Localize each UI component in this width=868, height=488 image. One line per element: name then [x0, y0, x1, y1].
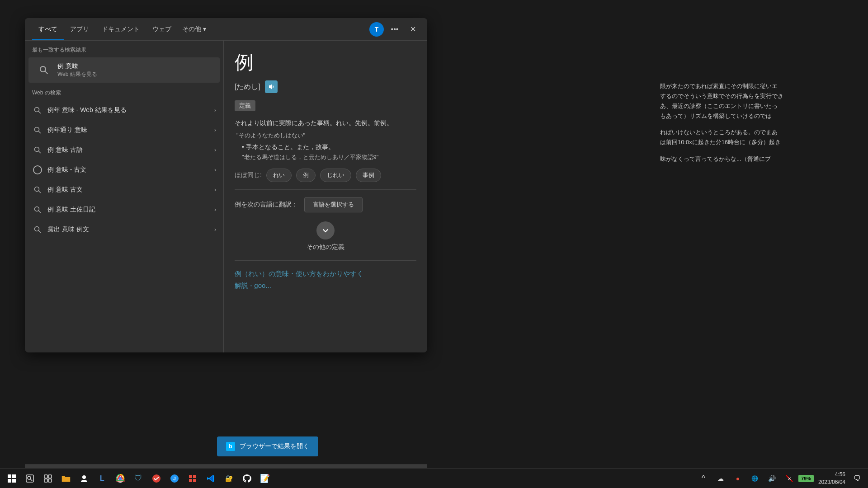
teams-button[interactable] — [184, 470, 201, 487]
tab-documents[interactable]: ドキュメント — [95, 18, 146, 40]
bullet-quote-1: "老たる馬ぞ道はしる，と云ためしあり／平家物語9" — [242, 153, 416, 161]
svg-marker-14 — [269, 84, 272, 89]
search-item-text-5: 例 意味 土佐日記 — [47, 206, 211, 214]
shield-button[interactable]: 🛡 — [130, 470, 146, 487]
arrow-icon-6: › — [214, 226, 216, 233]
people-button[interactable] — [76, 470, 92, 487]
speaker-button[interactable] — [265, 80, 278, 93]
mute-icon[interactable]: ✕ — [781, 470, 797, 487]
search-item-text-1: 例年通り 意味 — [47, 126, 211, 134]
synonym-chip-1[interactable]: 例 — [296, 169, 316, 182]
tray-expand-button[interactable]: ^ — [695, 470, 712, 487]
tab-bar: すべて アプリ ドキュメント ウェブ その他 ▾ T ••• ✕ — [25, 18, 427, 41]
translate-button[interactable]: 言語を選択する — [304, 197, 363, 212]
tab-more[interactable]: その他 ▾ — [178, 22, 211, 37]
bg-line-2: するのでそういう意味でその行為らを実行でき — [660, 91, 841, 101]
search-icon-1 — [32, 125, 43, 136]
background-text: 限が来たのであれば素直にその制限に従いエ するのでそういう意味でその行為らを実行… — [660, 81, 841, 164]
windows-start-button[interactable] — [4, 470, 20, 487]
notes-button[interactable]: 📝 — [257, 470, 273, 487]
tab-actions: T ••• ✕ — [369, 22, 420, 37]
svg-line-13 — [39, 231, 41, 233]
synonym-chip-2[interactable]: じれい — [320, 169, 351, 182]
todoist-button[interactable] — [148, 470, 165, 487]
search-item-5[interactable]: 例 意味 土佐日記 › — [25, 200, 223, 220]
joplin-button[interactable]: J — [166, 470, 183, 487]
task-view-button[interactable] — [40, 470, 56, 487]
browser-open-button[interactable]: b ブラウザーで結果を開く — [217, 436, 318, 456]
svg-rect-24 — [44, 475, 47, 478]
bg-line-1: 限が来たのであれば素直にその制限に従いエ — [660, 81, 841, 91]
best-match-item[interactable]: 例 意味 Web 結果を見る — [28, 57, 220, 83]
expand-btn-row — [235, 221, 416, 239]
lastpass-button[interactable]: 🔐 — [221, 470, 237, 487]
search-item-4[interactable]: 例 意味 古文 › — [25, 180, 223, 200]
lexware-button[interactable]: L — [94, 470, 110, 487]
svg-point-0 — [40, 66, 46, 72]
search-item-text-3: 例 意味 - 古文 — [47, 166, 211, 174]
system-clock[interactable]: 4:56 2023/06/04 — [815, 471, 849, 486]
svg-point-22 — [28, 476, 31, 479]
arrow-icon-1: › — [214, 127, 216, 133]
best-match-subtitle: Web 結果を見る — [57, 70, 97, 78]
close-button[interactable]: ✕ — [406, 22, 420, 37]
search-item-text-6: 露出 意味 例文 — [47, 225, 211, 234]
related-link[interactable]: 例（れい）の意味・使い方をわかりやすく 解説 - goo... — [235, 268, 416, 291]
search-icon-6 — [32, 224, 43, 235]
search-item-3[interactable]: 例 意味 - 古文 › — [25, 160, 223, 180]
search-item-2[interactable]: 例 意味 古語 › — [25, 140, 223, 160]
volume-icon[interactable]: 🔊 — [764, 470, 780, 487]
search-icon-3 — [32, 164, 43, 175]
synonym-chip-0[interactable]: れい — [266, 169, 292, 182]
bg-line-3: あ、最近の診察（ここのエントリに書いたっ — [660, 101, 841, 111]
reading-text: [ためし] — [235, 82, 260, 92]
word-title: 例 — [235, 50, 416, 75]
search-icon-5 — [32, 204, 43, 215]
vscode-button[interactable] — [203, 470, 219, 487]
more-definition-label: その他の定義 — [235, 243, 416, 251]
svg-rect-21 — [26, 475, 33, 482]
expand-button[interactable] — [316, 221, 335, 239]
taskbar-search-button[interactable] — [22, 470, 38, 487]
search-item-1[interactable]: 例年通り 意味 › — [25, 120, 223, 140]
chrome-button[interactable] — [112, 470, 128, 487]
arrow-icon-0: › — [214, 107, 216, 113]
synonym-label: ほぼ同じ: — [235, 171, 262, 179]
svg-rect-18 — [12, 474, 16, 478]
divider-2 — [235, 260, 416, 261]
bg-line-5: ればいけないというところがある。のでまあ — [660, 127, 841, 137]
svg-rect-36 — [189, 479, 192, 482]
bg-line-6: は前回10:0xに起きた分16時台に（多分）起き — [660, 137, 841, 147]
tab-web[interactable]: ウェブ — [146, 18, 178, 40]
svg-rect-19 — [8, 479, 11, 483]
divider-1 — [235, 189, 416, 190]
search-icon-0 — [32, 105, 43, 116]
user-avatar[interactable]: T — [369, 22, 384, 37]
file-explorer-button[interactable] — [58, 470, 74, 487]
network-icon[interactable]: 🌐 — [747, 470, 763, 487]
best-match-title: 例 意味 — [57, 62, 97, 70]
synonym-chip-3[interactable]: 事例 — [356, 169, 381, 182]
search-item-6[interactable]: 露出 意味 例文 › — [25, 220, 223, 239]
tab-apps[interactable]: アプリ — [64, 18, 95, 40]
definition-badge: 定義 — [235, 100, 255, 111]
search-item-text-2: 例 意味 古語 — [47, 146, 211, 154]
notification-button[interactable]: 🗨 — [850, 471, 864, 486]
battery-indicator[interactable]: 79% — [798, 475, 814, 482]
bg-line-7: 味がなくって言ってるからな...（普通にプ — [660, 154, 841, 164]
more-options-button[interactable]: ••• — [387, 22, 402, 37]
tab-all[interactable]: すべて — [32, 18, 64, 40]
browser-open-label: ブラウザーで結果を開く — [240, 442, 309, 450]
svg-line-5 — [39, 131, 41, 133]
search-item-0[interactable]: 例年 意味 - Web 結果を見る › — [25, 100, 223, 120]
taskbar-right: ^ ☁ ● 🌐 🔊 ✕ 79% 4:56 2023/06/04 🗨 — [692, 470, 868, 487]
antivirus-icon[interactable]: ● — [730, 470, 746, 487]
arrow-icon-4: › — [214, 187, 216, 193]
best-match-search-icon — [36, 62, 52, 78]
right-panel: 例 [ためし] 定義 それより以前に実際にあった事柄。れい。先例。前例。 "その… — [224, 41, 427, 352]
github-button[interactable] — [239, 470, 255, 487]
cloud-icon[interactable]: ☁ — [712, 470, 729, 487]
arrow-icon-3: › — [214, 167, 216, 173]
taskbar: L 🛡 J — [0, 468, 868, 488]
left-panel: 最も一致する検索結果 例 意味 Web 結果を見る Web の検索 — [25, 41, 224, 352]
